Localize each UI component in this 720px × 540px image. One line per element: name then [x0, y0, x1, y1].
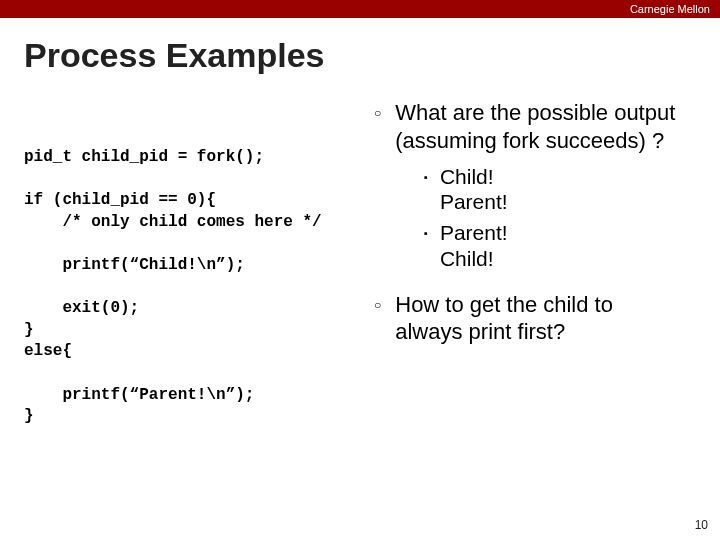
header-bar: Carnegie Mellon: [0, 0, 720, 18]
square-bullet-icon: ▪: [424, 220, 440, 270]
slide-title: Process Examples: [0, 18, 720, 99]
bullet-column: ○ What are the possible output (assuming…: [354, 99, 684, 428]
code-snippet: pid_t child_pid = fork(); if (child_pid …: [24, 99, 354, 428]
bullet-item: ○ How to get the child to always print f…: [370, 291, 684, 346]
content-area: pid_t child_pid = fork(); if (child_pid …: [0, 99, 720, 428]
sub-bullet-item: ▪ Child! Parent!: [370, 164, 684, 214]
page-number: 10: [695, 518, 708, 532]
circle-bullet-icon: ○: [370, 99, 395, 154]
circle-bullet-icon: ○: [370, 291, 395, 346]
answer-text: Parent! Child!: [440, 220, 508, 270]
question-text: What are the possible output (assuming f…: [395, 99, 684, 154]
answer-text: Child! Parent!: [440, 164, 508, 214]
org-label: Carnegie Mellon: [630, 3, 710, 15]
question-text: How to get the child to always print fir…: [395, 291, 684, 346]
bullet-item: ○ What are the possible output (assuming…: [370, 99, 684, 154]
square-bullet-icon: ▪: [424, 164, 440, 214]
sub-bullet-item: ▪ Parent! Child!: [370, 220, 684, 270]
